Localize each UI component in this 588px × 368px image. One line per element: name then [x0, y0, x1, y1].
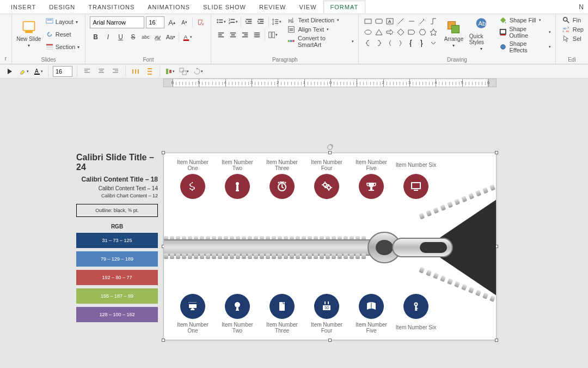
qat-size-input[interactable] — [53, 66, 72, 77]
font-name-select[interactable] — [90, 16, 144, 28]
change-case-button[interactable]: Aa▾ — [165, 32, 176, 43]
bold-button[interactable]: B — [90, 32, 101, 43]
clear-format-icon[interactable] — [195, 17, 206, 28]
shape-rbrace-icon[interactable] — [374, 38, 384, 48]
tab-format[interactable]: FORMAT — [323, 1, 366, 14]
underline-button[interactable]: U — [115, 32, 126, 43]
shape-rounded-icon[interactable] — [374, 16, 384, 26]
shape-effects-button[interactable]: Shape Effects▾ — [499, 40, 551, 53]
shape-more-icon[interactable] — [428, 38, 438, 48]
bullets-button[interactable]: ▾ — [216, 16, 226, 27]
svg-rect-114 — [279, 302, 285, 311]
shape-line-icon[interactable] — [396, 16, 406, 26]
qat-align-left-icon[interactable] — [82, 66, 93, 77]
svg-point-66 — [564, 17, 567, 21]
svg-point-111 — [235, 302, 240, 307]
tab-animations[interactable]: ANIMATIONS — [141, 1, 197, 13]
find-button[interactable]: Fin — [562, 16, 584, 24]
shape-textbox-icon[interactable]: A — [385, 16, 395, 26]
tab-slideshow[interactable]: SLIDE SHOW — [197, 1, 253, 13]
tab-design[interactable]: DESIGN — [42, 1, 82, 13]
char-spacing-button[interactable]: AV — [152, 32, 163, 43]
slide-object-selected[interactable]: Item Number OneItem Number TwoItem Numbe… — [163, 153, 497, 340]
tab-transitions[interactable]: TRANSITIONS — [82, 1, 141, 13]
qat-align-objects-icon[interactable]: ▾ — [164, 66, 175, 77]
text-direction-button[interactable]: |ı|Text Direction▾ — [287, 16, 354, 24]
shape-diamond-icon[interactable] — [396, 27, 406, 37]
shape-pentagon-icon[interactable] — [407, 27, 416, 37]
svg-point-91 — [328, 145, 333, 150]
color-swatch-4: 128 – 100 – 162 — [76, 307, 158, 322]
increase-font-icon[interactable]: A▴ — [166, 17, 177, 28]
shape-triangle-icon[interactable] — [374, 27, 384, 37]
arrange-button[interactable]: Arrange▾ — [442, 16, 466, 51]
qat-arrow-icon[interactable] — [4, 66, 15, 77]
align-text-button[interactable]: Align Text▾ — [287, 26, 354, 33]
section-button[interactable]: Section▾ — [45, 41, 81, 52]
qat-rotate-icon[interactable]: ▾ — [193, 66, 204, 77]
decrease-indent-button[interactable] — [243, 16, 254, 27]
font-color-button[interactable]: A▾ — [182, 32, 193, 43]
slide-canvas[interactable]: Calibri Slide Title – 24 Calibri Content… — [0, 88, 588, 368]
shape-outline-button[interactable]: Shape Outline▾ — [499, 26, 551, 39]
shape-lparen-icon[interactable] — [385, 38, 395, 48]
item-bot-label-2: Item Number Three — [261, 321, 303, 334]
item-top-icon-3 — [314, 174, 339, 199]
replace-button[interactable]: abacRep — [562, 26, 584, 33]
strikethrough-button[interactable]: S — [127, 32, 138, 43]
shape-star-icon[interactable] — [428, 27, 438, 37]
align-left-button[interactable] — [216, 29, 226, 40]
columns-button[interactable]: ▾ — [267, 29, 278, 40]
shapes-gallery[interactable]: A { } — [363, 16, 438, 48]
shape-rparen-icon[interactable] — [396, 38, 406, 48]
qat-distribute-v-icon[interactable] — [144, 66, 155, 77]
reset-button[interactable]: Reset — [45, 29, 81, 40]
qat-align-center-icon[interactable] — [96, 66, 107, 77]
text-shadow-button[interactable]: abc — [140, 32, 151, 43]
italic-button[interactable]: I — [102, 32, 113, 43]
convert-smartart-button[interactable]: Convert to SmartArt▾ — [287, 35, 354, 48]
tab-review[interactable]: REVIEW — [253, 1, 292, 13]
svg-rect-17 — [231, 22, 235, 23]
shape-rect-icon[interactable] — [363, 16, 373, 26]
shape-arrow-icon[interactable] — [418, 16, 427, 26]
line-spacing-button[interactable]: ▾ — [271, 16, 282, 27]
svg-rect-47 — [293, 40, 295, 41]
decrease-font-icon[interactable]: A▾ — [179, 17, 189, 28]
shape-lbrace-icon[interactable] — [363, 38, 373, 48]
item-bot-3: 30Item Number Four — [305, 294, 348, 334]
svg-rect-89 — [180, 68, 183, 72]
shape-connector-icon[interactable] — [428, 16, 438, 26]
numbering-button[interactable]: 12▾ — [228, 16, 238, 27]
justify-button[interactable] — [252, 29, 262, 40]
increase-indent-button[interactable] — [255, 16, 266, 27]
shape-lbrace2-icon[interactable]: { — [407, 38, 416, 48]
quick-styles-button[interactable]: Abc Quick Styles▾ — [469, 16, 494, 51]
shape-oval-icon[interactable] — [363, 27, 373, 37]
qat-fontcolor-icon[interactable]: A▾ — [33, 66, 44, 77]
shape-line2-icon[interactable] — [407, 16, 416, 26]
svg-rect-84 — [148, 68, 152, 69]
shape-rbrace2-icon[interactable]: } — [418, 38, 427, 48]
tab-insert[interactable]: INSERT — [4, 1, 42, 13]
layout-button[interactable]: Layout▾ — [45, 16, 81, 27]
svg-rect-38 — [254, 37, 260, 38]
ribbon-body: r New Slide ▾ Layout▾ Reset Section▾ Sli… — [0, 14, 588, 64]
svg-rect-46 — [291, 40, 292, 41]
shape-fill-button[interactable]: Shape Fill▾ — [499, 16, 551, 24]
qat-distribute-h-icon[interactable] — [130, 66, 141, 77]
new-slide-button[interactable]: New Slide ▾ — [16, 16, 41, 51]
align-right-button[interactable] — [240, 29, 250, 40]
horizontal-ruler[interactable]: 6543210123456 — [163, 79, 497, 87]
shape-rarrow-icon[interactable] — [385, 27, 395, 37]
shape-hex-icon[interactable] — [418, 27, 427, 37]
tab-view[interactable]: VIEW — [292, 1, 323, 13]
align-center-button[interactable] — [228, 29, 238, 40]
svg-rect-118 — [328, 301, 329, 304]
select-button[interactable]: Sel — [562, 35, 584, 43]
qat-group-icon[interactable]: ▾ — [179, 66, 189, 77]
qat-highlight-icon[interactable]: ▾ — [19, 66, 29, 77]
qat-align-right-icon[interactable] — [110, 66, 121, 77]
font-size-select[interactable] — [146, 16, 164, 28]
font-group-label: Font — [90, 57, 206, 63]
